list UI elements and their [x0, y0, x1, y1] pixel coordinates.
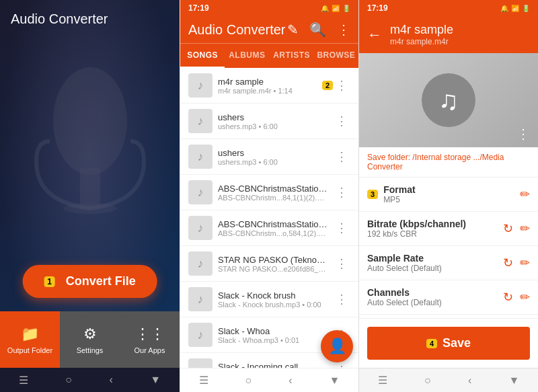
fab-contact-button[interactable]: 👤	[321, 330, 353, 362]
edit-icon[interactable]: ✏	[520, 256, 530, 270]
song-info: ushers ushers.mp3 • 6:00	[213, 148, 333, 166]
song-tabs: SONGS ALBUMS ARTISTS BROWSE	[180, 43, 358, 68]
app-title: Audio Converter	[11, 11, 108, 27]
panel-audio-converter-main: Audio Converter 1 Convert File 📁 Output …	[0, 0, 180, 392]
song-name: STAR NG PASKO (Tekno Rem...	[218, 255, 328, 265]
android-recents-icon[interactable]: ▼	[150, 374, 161, 386]
settings-icon: ⚙	[81, 325, 100, 344]
album-more-icon[interactable]: ⋮	[516, 126, 530, 142]
android-home-icon-3[interactable]: ○	[424, 375, 431, 387]
song-more-icon[interactable]: ⋮	[333, 289, 350, 309]
edit-icon[interactable]: ✏	[520, 187, 530, 202]
song-meta: Slack - Knock brush.mp3 • 0:00	[218, 301, 328, 309]
setting-label-area: Bitrate (kbps/channel) 192 kb/s CBR	[367, 219, 503, 239]
song-icon: ♪	[188, 323, 213, 347]
song-icon: ♪	[188, 145, 213, 169]
android-menu-icon[interactable]: ☰	[19, 374, 28, 387]
song-info: Slack - Whoa Slack - Whoa.mp3 • 0:01	[213, 326, 333, 344]
refresh-icon[interactable]: ↻	[503, 256, 513, 270]
song-icon: ♪	[188, 251, 213, 276]
nav-our-apps[interactable]: ⋮⋮ Our Apps	[120, 311, 180, 368]
more-options-icon[interactable]: ⋮	[337, 22, 350, 38]
android-nav-bar-1: ☰ ○ ‹ ▼	[0, 368, 180, 392]
android-menu-icon-2[interactable]: ☰	[199, 374, 208, 387]
nav-output-folder[interactable]: 📁 Output Folder	[0, 311, 60, 368]
file-subtitle: m4r sample.m4r	[390, 37, 530, 46]
svg-rect-1	[80, 168, 100, 208]
song-info: ABS-CBNChristmasStation!... ABS-CBNChris…	[213, 219, 333, 237]
song-meta: ABS-CBNChristm...84,1(1)(2).mp3 • 6:00	[218, 194, 328, 202]
song-more-icon[interactable]: ⋮	[333, 218, 350, 238]
panel1-header: Audio Converter	[0, 0, 180, 38]
setting-actions: ✏	[520, 187, 530, 202]
badge-1: 1	[44, 276, 55, 287]
android-menu-icon-3[interactable]: ☰	[378, 374, 387, 387]
tab-albums[interactable]: ALBUMS	[225, 44, 269, 68]
song-more-icon[interactable]: ⋮	[333, 111, 350, 131]
song-name: Slack - Knock brush	[218, 290, 328, 301]
android-nav-bar-2: ☰ ○ ‹ ▼	[180, 368, 358, 392]
song-name: m4r sample	[218, 77, 314, 87]
song-name: ushers	[218, 112, 328, 122]
tab-artists[interactable]: ARTISTS	[270, 44, 314, 68]
refresh-icon[interactable]: ↻	[503, 290, 513, 305]
android-recents-icon-2[interactable]: ▼	[330, 375, 340, 387]
android-nav-bar-3: ☰ ○ ‹ ▼	[359, 368, 538, 392]
refresh-icon[interactable]: ↻	[503, 221, 513, 236]
convert-button-container: 1 Convert File	[22, 265, 157, 298]
android-home-icon-2[interactable]: ○	[245, 375, 252, 387]
panel-file-detail: 17:19 🔔 📶 🔋 ← m4r sample m4r sample.m4r …	[358, 0, 538, 392]
list-item[interactable]: ♪ ABS-CBNChristmasStation!... ABS-CBNChr…	[180, 175, 358, 210]
song-info: Slack - Knock brush Slack - Knock brush.…	[213, 290, 333, 309]
status-icons-2: 🔔 📶 🔋	[321, 5, 350, 12]
song-more-icon[interactable]: ⋮	[333, 253, 350, 274]
save-folder-text: Save folder: /Internal storage .../Media…	[367, 153, 504, 171]
status-icons-3: 🔔 📶 🔋	[500, 5, 530, 12]
android-home-icon[interactable]: ○	[65, 374, 72, 386]
nav-settings[interactable]: ⚙ Settings	[60, 311, 120, 368]
android-back-icon[interactable]: ‹	[110, 374, 113, 386]
song-more-icon[interactable]: ⋮	[333, 147, 350, 167]
battery-icon: 🔋	[342, 5, 350, 12]
battery-icon-3: 🔋	[522, 5, 530, 12]
song-name: ABS-CBNChristmasStation!...	[218, 219, 328, 229]
back-button[interactable]: ←	[367, 26, 382, 44]
song-icon: ♪	[188, 73, 213, 97]
panel-song-list-wrapper: 17:19 🔔 📶 🔋 Audio Converter ✎ 🔍 ⋮ SONGS …	[180, 0, 358, 392]
android-recents-icon-3[interactable]: ▼	[508, 375, 519, 387]
tab-songs[interactable]: SONGS	[180, 44, 225, 68]
edit-icon[interactable]: ✏	[520, 221, 530, 236]
tab-browse[interactable]: BROWSE	[314, 44, 358, 68]
android-back-icon-2[interactable]: ‹	[289, 375, 292, 387]
song-icon: ♪	[188, 358, 213, 368]
list-item[interactable]: ♪ ABS-CBNChristmasStation!... ABS-CBNChr…	[180, 210, 358, 246]
edit-icon[interactable]: ✏	[520, 290, 530, 305]
android-back-icon-3[interactable]: ‹	[468, 375, 471, 387]
convert-file-label: Convert File	[66, 274, 136, 288]
panel3-header: ← m4r sample m4r sample.m4r	[359, 16, 538, 53]
list-item[interactable]: ♪ ushers ushers.mp3 • 6:00 ⋮	[180, 139, 358, 175]
setting-value: Auto Select (Default)	[367, 264, 503, 273]
song-more-icon[interactable]: ⋮	[333, 75, 350, 95]
setting-label-area: Format MP5	[383, 184, 520, 204]
list-item[interactable]: ♪ STAR NG PASKO (Tekno Rem... STAR NG PA…	[180, 246, 358, 282]
panel3-title-area: m4r sample m4r sample.m4r	[390, 23, 530, 46]
song-more-icon[interactable]: ⋮	[333, 182, 350, 202]
search-icon[interactable]: 🔍	[309, 22, 326, 38]
list-item[interactable]: ♪ m4r sample m4r sample.m4r • 1:14 2 ⋮	[180, 68, 358, 104]
edit-list-icon[interactable]: ✎	[287, 22, 299, 38]
setting-actions: ↻✏	[503, 290, 530, 305]
song-icon: ♪	[188, 287, 213, 311]
list-item[interactable]: ♪ Slack - Knock brush Slack - Knock brus…	[180, 282, 358, 317]
format-settings: 3 Format MP5 ✏ Bitrate (kbps/channel) 19…	[359, 178, 538, 318]
setting-label: Bitrate (kbps/channel)	[367, 219, 503, 229]
badge-4: 4	[426, 339, 437, 348]
song-name: ABS-CBNChristmasStation!...	[218, 184, 328, 194]
status-time-3: 17:19	[367, 3, 388, 13]
setting-actions: ↻✏	[503, 256, 530, 270]
song-badge: 2	[322, 81, 333, 90]
convert-file-button[interactable]: 1 Convert File	[22, 265, 157, 298]
song-list: ♪ m4r sample m4r sample.m4r • 1:14 2 ⋮ ♪…	[180, 68, 358, 368]
save-button[interactable]: 4 Save	[367, 327, 530, 360]
list-item[interactable]: ♪ ushers ushers.mp3 • 6:00 ⋮	[180, 104, 358, 139]
